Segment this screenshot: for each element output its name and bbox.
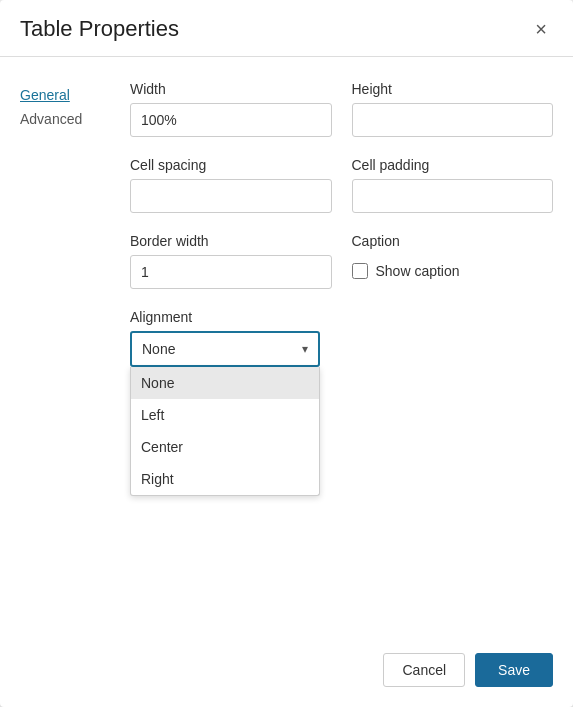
sidebar: General Advanced [20, 81, 130, 621]
row-width-height: Width Height [130, 81, 553, 137]
cell-spacing-input[interactable] [130, 179, 332, 213]
width-input[interactable] [130, 103, 332, 137]
show-caption-checkbox[interactable] [352, 263, 368, 279]
group-height: Height [352, 81, 554, 137]
cell-padding-input[interactable] [352, 179, 554, 213]
alignment-label: Alignment [130, 309, 553, 325]
alignment-dropdown-menu: None Left Center Right [130, 367, 320, 496]
dialog-title: Table Properties [20, 16, 179, 42]
group-caption: Caption Show caption [352, 233, 554, 289]
group-width: Width [130, 81, 332, 137]
dropdown-option-right[interactable]: Right [131, 463, 319, 495]
dialog: Table Properties × General Advanced Widt… [0, 0, 573, 707]
group-alignment: Alignment None ▾ None Left Center Right [130, 309, 553, 601]
dialog-header: Table Properties × [0, 0, 573, 57]
height-input[interactable] [352, 103, 554, 137]
cell-padding-label: Cell padding [352, 157, 554, 173]
dropdown-option-center[interactable]: Center [131, 431, 319, 463]
row-border-caption: Border width Caption Show caption [130, 233, 553, 289]
sidebar-item-advanced[interactable]: Advanced [20, 109, 130, 129]
form-area: Width Height Cell spacing Cell padding [130, 81, 553, 621]
alignment-select-button[interactable]: None ▾ [130, 331, 320, 367]
alignment-select-wrapper: None ▾ None Left Center Right [130, 331, 320, 367]
cancel-button[interactable]: Cancel [383, 653, 465, 687]
sidebar-item-general[interactable]: General [20, 85, 130, 105]
caption-label: Caption [352, 233, 554, 249]
group-cell-padding: Cell padding [352, 157, 554, 213]
chevron-down-icon: ▾ [302, 342, 308, 356]
dialog-footer: Cancel Save [0, 641, 573, 707]
border-width-label: Border width [130, 233, 332, 249]
dropdown-option-left[interactable]: Left [131, 399, 319, 431]
border-width-input[interactable] [130, 255, 332, 289]
show-caption-row: Show caption [352, 263, 554, 279]
height-label: Height [352, 81, 554, 97]
dropdown-option-none[interactable]: None [131, 367, 319, 399]
group-border-width: Border width [130, 233, 332, 289]
close-button[interactable]: × [529, 17, 553, 41]
alignment-selected-value: None [142, 341, 175, 357]
show-caption-label[interactable]: Show caption [376, 263, 460, 279]
group-cell-spacing: Cell spacing [130, 157, 332, 213]
cell-spacing-label: Cell spacing [130, 157, 332, 173]
row-cell-spacing-padding: Cell spacing Cell padding [130, 157, 553, 213]
save-button[interactable]: Save [475, 653, 553, 687]
width-label: Width [130, 81, 332, 97]
dialog-body: General Advanced Width Height Cell spaci… [0, 57, 573, 641]
